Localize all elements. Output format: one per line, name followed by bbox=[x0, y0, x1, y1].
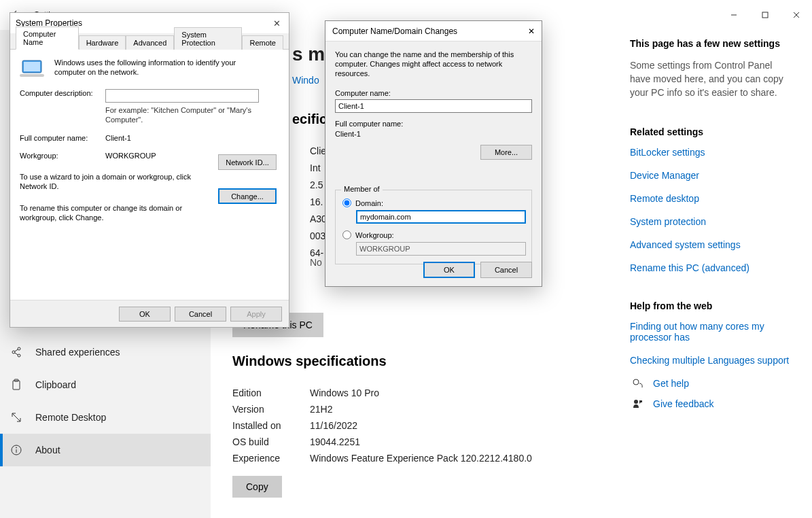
domdlg-title: Computer Name/Domain Changes bbox=[332, 27, 528, 36]
svg-point-20 bbox=[633, 379, 639, 385]
close-button[interactable] bbox=[781, 5, 812, 25]
tab-advanced[interactable]: Advanced bbox=[126, 35, 174, 50]
sidebar-item-label: Remote Desktop bbox=[35, 412, 106, 423]
new-settings-heading: This page has a few new settings bbox=[630, 38, 793, 49]
info-icon bbox=[10, 443, 23, 457]
svg-rect-24 bbox=[20, 74, 44, 77]
right-column: This page has a few new settings Some se… bbox=[630, 38, 793, 419]
link-device-manager[interactable]: Device Manager bbox=[630, 170, 793, 181]
tab-system-protection[interactable]: System Protection bbox=[174, 27, 242, 50]
workgroup-label: Workgroup: bbox=[20, 152, 105, 160]
sidebar-item-about[interactable]: About bbox=[0, 434, 211, 466]
give-feedback-row[interactable]: Give feedback bbox=[630, 398, 793, 409]
desc-example: For example: "Kitchen Computer" or "Mary… bbox=[105, 105, 255, 124]
svg-line-8 bbox=[15, 353, 18, 355]
minimize-button[interactable] bbox=[718, 5, 749, 25]
close-icon[interactable]: ✕ bbox=[528, 27, 535, 36]
domdlg-titlebar[interactable]: Computer Name/Domain Changes ✕ bbox=[325, 21, 542, 41]
fullname-label2: Full computer name: bbox=[335, 120, 532, 128]
sidebar-item-label: Shared experiences bbox=[35, 347, 120, 358]
domain-radio-label: Domain: bbox=[355, 199, 383, 207]
workgroup-radio[interactable] bbox=[342, 230, 351, 239]
help-icon bbox=[630, 378, 645, 389]
memberof-fieldset: Member of Domain: Workgroup: bbox=[335, 190, 532, 264]
domain-input[interactable] bbox=[356, 210, 526, 224]
link-system-protection[interactable]: System protection bbox=[630, 216, 793, 227]
fullname-label: Full computer name: bbox=[20, 134, 105, 142]
domdlg-cancel-button[interactable]: Cancel bbox=[480, 262, 532, 278]
domdlg-ok-button[interactable]: OK bbox=[423, 262, 475, 278]
computer-name-input[interactable] bbox=[335, 99, 532, 113]
help-link-cores[interactable]: Finding out how many cores my processor … bbox=[630, 321, 793, 343]
memberof-legend: Member of bbox=[341, 185, 383, 193]
share-icon bbox=[10, 345, 23, 359]
give-feedback-label: Give feedback bbox=[653, 398, 714, 409]
sysprop-info: Windows uses the following information t… bbox=[54, 58, 251, 77]
svg-rect-9 bbox=[13, 381, 20, 390]
link-bitlocker[interactable]: BitLocker settings bbox=[630, 147, 793, 158]
window-controls bbox=[718, 5, 812, 25]
svg-line-14 bbox=[16, 417, 20, 421]
new-settings-text: Some settings from Control Panel have mo… bbox=[630, 58, 793, 99]
desc-label: Computer description: bbox=[20, 89, 105, 103]
domain-radio[interactable] bbox=[342, 198, 351, 207]
tab-computer-name[interactable]: Computer Name bbox=[16, 27, 79, 50]
computer-description-input[interactable] bbox=[105, 89, 259, 103]
copy-button[interactable]: Copy bbox=[232, 476, 282, 498]
cname-label: Computer name: bbox=[335, 89, 532, 97]
system-properties-dialog: System Properties ✕ Computer Name Hardwa… bbox=[10, 12, 289, 328]
svg-line-7 bbox=[15, 349, 18, 351]
svg-rect-1 bbox=[762, 12, 768, 18]
change-text: To rename this computer or change its do… bbox=[20, 203, 196, 222]
svg-rect-23 bbox=[24, 62, 40, 71]
change-button[interactable]: Change... bbox=[218, 188, 277, 204]
svg-point-21 bbox=[634, 400, 638, 404]
link-rename-advanced[interactable]: Rename this PC (advanced) bbox=[630, 262, 793, 273]
sysprop-ok-button[interactable]: OK bbox=[119, 307, 171, 322]
domdlg-body: You can change the name and the membersh… bbox=[325, 41, 542, 273]
sidebar-item-label: About bbox=[35, 445, 60, 455]
windows-spec-table: EditionWindows 10 Pro Version21H2 Instal… bbox=[232, 385, 532, 466]
sidebar-item-clipboard[interactable]: Clipboard bbox=[0, 368, 211, 401]
close-icon[interactable]: ✕ bbox=[270, 18, 283, 29]
workgroup-value: WORKGROUP bbox=[105, 152, 156, 160]
tab-hardware[interactable]: Hardware bbox=[79, 35, 126, 50]
link-advanced-system[interactable]: Advanced system settings bbox=[630, 239, 793, 250]
tab-remote[interactable]: Remote bbox=[242, 35, 283, 50]
link-remote-desktop[interactable]: Remote desktop bbox=[630, 193, 793, 204]
sysprop-footer: OK Cancel Apply bbox=[10, 300, 289, 327]
help-heading: Help from the web bbox=[630, 300, 793, 311]
domdlg-desc: You can change the name and the membersh… bbox=[335, 50, 532, 78]
more-button[interactable]: More... bbox=[480, 145, 532, 160]
network-id-button[interactable]: Network ID... bbox=[218, 154, 277, 170]
link-fragment[interactable]: Windo bbox=[292, 75, 319, 86]
workgroup-input bbox=[356, 242, 526, 256]
help-link-languages[interactable]: Checking multiple Languages support bbox=[630, 355, 793, 366]
svg-point-19 bbox=[16, 447, 17, 448]
sysprop-cancel-button[interactable]: Cancel bbox=[175, 307, 226, 322]
sidebar-item-remote-desktop[interactable]: Remote Desktop bbox=[0, 401, 211, 434]
get-help-label: Get help bbox=[653, 378, 689, 389]
svg-line-11 bbox=[12, 413, 16, 417]
feedback-icon bbox=[630, 398, 645, 409]
remote-desktop-icon bbox=[10, 411, 23, 424]
sidebar-item-shared-experiences[interactable]: Shared experiences bbox=[0, 336, 211, 368]
get-help-row[interactable]: Get help bbox=[630, 378, 793, 389]
domdlg-footer: OK Cancel bbox=[423, 262, 532, 278]
clipboard-icon bbox=[10, 378, 23, 392]
domain-changes-dialog: Computer Name/Domain Changes ✕ You can c… bbox=[325, 20, 542, 287]
workgroup-radio-label: Workgroup: bbox=[355, 231, 394, 239]
sysprop-content: Windows uses the following information t… bbox=[10, 50, 289, 300]
computer-icon bbox=[20, 58, 47, 80]
wizard-text: To use a wizard to join a domain or work… bbox=[20, 172, 196, 191]
sysprop-apply-button: Apply bbox=[230, 307, 282, 322]
sysprop-tabs: Computer Name Hardware Advanced System P… bbox=[10, 33, 289, 50]
related-heading: Related settings bbox=[630, 126, 793, 137]
fullname-value: Client-1 bbox=[105, 134, 131, 142]
maximize-button[interactable] bbox=[749, 5, 781, 25]
windows-spec-heading: Windows specifications bbox=[232, 353, 387, 369]
fullname-value2: Client-1 bbox=[335, 130, 532, 138]
sidebar-item-label: Clipboard bbox=[35, 379, 76, 390]
